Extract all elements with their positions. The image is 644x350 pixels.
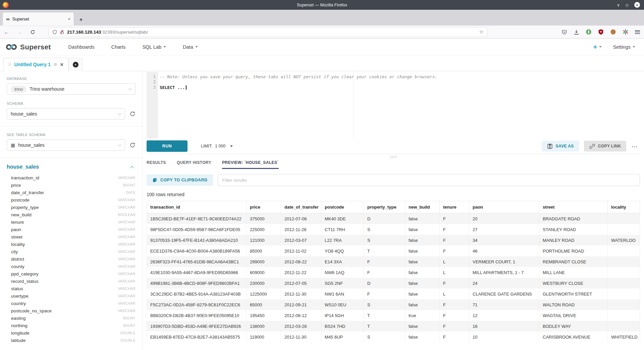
column-header[interactable]: street: [539, 201, 608, 213]
pocket-icon[interactable]: [561, 29, 567, 35]
schema-column-row[interactable]: localityVARCHAR: [7, 240, 136, 248]
schema-column-row[interactable]: record_statusVARCHAR: [7, 277, 136, 285]
schema-column-row[interactable]: paonVARCHAR: [7, 226, 136, 233]
refresh-schema-button[interactable]: [129, 111, 136, 117]
nav-item-sql-lab[interactable]: SQL Lab: [142, 44, 166, 50]
sql-editor[interactable]: 1 -- Note: Unless you save your query, t…: [147, 72, 640, 138]
copy-link-button[interactable]: COPY LINK: [584, 141, 627, 151]
schema-column-row[interactable]: transaction_idVARCHAR: [7, 174, 136, 181]
schema-column-row[interactable]: northingBIGINT: [7, 322, 136, 329]
schema-select[interactable]: house_sales: [7, 108, 125, 120]
column-header[interactable]: property_type: [364, 201, 405, 213]
more-actions-button[interactable]: ...: [631, 142, 640, 150]
privacy-extension-icon[interactable]: [586, 29, 592, 35]
schema-column-row[interactable]: postcode_no_spaceVARCHAR: [7, 307, 136, 314]
schema-column-row[interactable]: property_typeVARCHAR: [7, 204, 136, 211]
filter-results-input[interactable]: [218, 174, 640, 186]
tab-results[interactable]: RESULTS: [147, 160, 166, 169]
copy-to-clipboard-button[interactable]: COPY TO CLIPBOARD: [147, 174, 213, 186]
column-header[interactable]: paon: [469, 201, 539, 213]
window-maximize-button[interactable]: ◇: [626, 3, 629, 7]
column-name: northing: [11, 323, 28, 328]
settings-menu[interactable]: Settings: [613, 44, 635, 50]
schema-column-row[interactable]: countryVARCHAR: [7, 300, 136, 307]
column-name: usertype: [11, 294, 29, 299]
refresh-table-button[interactable]: [129, 142, 136, 148]
schema-column-row[interactable]: priceBIGINT: [7, 181, 136, 189]
schema-column-row[interactable]: ppd_categoryVARCHAR: [7, 270, 136, 277]
table-cell: F: [364, 289, 405, 299]
nav-item-charts[interactable]: Charts: [111, 44, 126, 50]
window-minimize-button[interactable]: ∨: [617, 3, 620, 7]
schema-column-row[interactable]: countyVARCHAR: [7, 263, 136, 270]
browser-tab[interactable]: ∞ Superset ×: [3, 12, 74, 26]
nav-item-dashboards[interactable]: Dashboards: [68, 44, 94, 50]
table-cell: false: [405, 321, 440, 332]
tab-preview-house-sales[interactable]: PREVIEW: `HOUSE_SALES`: [222, 160, 279, 169]
query-tab-active[interactable]: ⠿ Untitled Query 1 ✕: [3, 58, 68, 71]
ublock-icon[interactable]: [598, 29, 604, 35]
window-close-button[interactable]: ×: [634, 2, 640, 8]
superset-logo[interactable]: Superset: [5, 43, 51, 51]
new-item-button[interactable]: +: [593, 43, 601, 51]
schema-column-row[interactable]: districtVARCHAR: [7, 255, 136, 263]
query-tab-close-icon[interactable]: ✕: [60, 62, 64, 67]
table-cell: YO8 4QQ: [321, 246, 364, 256]
column-header[interactable]: new_build: [405, 201, 440, 213]
shield-icon[interactable]: [52, 30, 57, 35]
column-header[interactable]: transaction_id: [147, 201, 247, 213]
schema-column-row[interactable]: streetVARCHAR: [7, 233, 136, 240]
download-icon[interactable]: [574, 29, 579, 35]
bookmark-star-icon[interactable]: ☆: [479, 29, 484, 35]
url-bar[interactable]: 217.160.120.143:32393/superset/sqllab/ ☆: [49, 27, 487, 37]
schema-column-row[interactable]: tenureVARCHAR: [7, 218, 136, 226]
cookie-icon[interactable]: [610, 29, 616, 35]
chevron-up-icon[interactable]: [130, 166, 134, 170]
schema-column-row[interactable]: usertypeVARCHAR: [7, 292, 136, 300]
save-as-button[interactable]: SAVE AS: [542, 141, 579, 151]
schema-column-row[interactable]: longitudeDOUBLE: [7, 329, 136, 337]
schema-column-row[interactable]: date_of_transferDATE: [7, 189, 136, 196]
column-type: VARCHAR: [118, 257, 136, 261]
drag-handle-icon[interactable]: ⠿: [8, 62, 11, 67]
table-cell: MILL APARTMENTS, 1 - 7: [469, 267, 539, 278]
table-cell: 2012-07-05: [281, 278, 321, 289]
table-select-value: house_sales: [18, 142, 115, 148]
schema-column-row[interactable]: cityVARCHAR: [7, 248, 136, 255]
schema-column-row[interactable]: new_buildBOOLEAN: [7, 211, 136, 218]
add-query-tab-button[interactable]: +: [73, 62, 78, 68]
new-tab-button[interactable]: +: [79, 16, 83, 23]
lock-insecure-icon[interactable]: [60, 30, 64, 35]
sql-comment: -- Note: Unless you save your query, the…: [158, 74, 437, 79]
table-select[interactable]: ▦ house_sales: [7, 139, 125, 151]
rows-returned-text: 100 rows returned: [147, 192, 640, 197]
schema-table-title[interactable]: house_sales: [7, 164, 39, 170]
menu-icon[interactable]: [635, 30, 640, 34]
column-header[interactable]: price: [247, 201, 281, 213]
tab-close-icon[interactable]: ×: [68, 16, 70, 21]
run-button[interactable]: RUN: [147, 140, 187, 152]
limit-dropdown[interactable]: LIMIT: 1 000: [201, 144, 233, 148]
column-name: status: [11, 286, 23, 291]
schema-column-row[interactable]: postcodeVARCHAR: [7, 196, 136, 204]
pane-resize-handle[interactable]: [147, 154, 640, 159]
forward-button[interactable]: →: [17, 30, 22, 35]
reload-button[interactable]: [30, 30, 35, 35]
column-name: tenure: [11, 220, 24, 225]
schema-column-row[interactable]: statusVARCHAR: [7, 285, 136, 292]
column-header[interactable]: locality: [608, 201, 640, 213]
asterisk-extension-icon[interactable]: [623, 29, 629, 35]
url-text[interactable]: 217.160.120.143:32393/superset/sqllab/: [67, 30, 477, 35]
editor-toolbar: RUN LIMIT: 1 000 SAVE AS COPY LINK ...: [147, 138, 640, 154]
column-header[interactable]: postcode: [321, 201, 364, 213]
column-header[interactable]: tenure: [440, 201, 469, 213]
column-header[interactable]: date_of_transfer: [281, 201, 321, 213]
nav-item-data[interactable]: Data: [183, 44, 198, 50]
back-button[interactable]: ←: [4, 30, 9, 35]
schema-column-row[interactable]: latitudeDOUBLE: [7, 337, 136, 344]
sqllab-main: 1 -- Note: Unless you save your query, t…: [143, 71, 644, 350]
schema-column-row[interactable]: eastingBIGINT: [7, 314, 136, 322]
database-select[interactable]: trino Trino warehouse: [7, 83, 136, 95]
tab-query-history[interactable]: QUERY HISTORY: [177, 160, 211, 169]
table-cell: BS24 7HD: [321, 321, 364, 332]
